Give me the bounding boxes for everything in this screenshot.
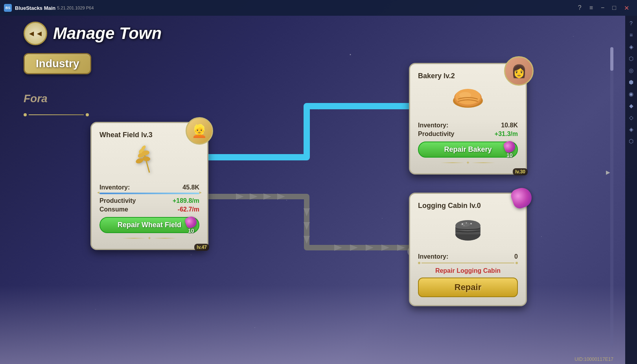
- gem-icon-bakery: [503, 140, 517, 154]
- repair-wheat-cost-number: 10: [188, 228, 194, 234]
- repair-logging-label: Repair Logging Cabin: [418, 267, 518, 274]
- svg-marker-22: [381, 245, 389, 251]
- sidebar-icon-5[interactable]: ◎: [627, 66, 635, 75]
- sidebar-icon-11[interactable]: ⬡: [627, 137, 635, 145]
- logging-inventory-label: Inventory:: [418, 253, 448, 260]
- svg-marker-14: [263, 193, 271, 200]
- sidebar-icon-4[interactable]: ⬡: [627, 54, 635, 63]
- title-bar: BS BlueStacks Main 5.21.201.1029 P64 ? ≡…: [0, 0, 637, 16]
- bakery-card-deco: ✦: [418, 160, 518, 165]
- wheat-consume-row: Consume -62.7/m: [99, 206, 199, 213]
- svg-point-43: [464, 225, 464, 226]
- sidebar-icon-7[interactable]: ◉: [627, 90, 635, 98]
- logging-inventory-row: Inventory: 0: [418, 253, 518, 260]
- svg-marker-9: [370, 103, 377, 109]
- restore-btn[interactable]: □: [612, 4, 616, 12]
- deco-line-right: [153, 238, 177, 239]
- repair-bakery-cost-number: 10: [506, 152, 513, 158]
- wheat-icon: [99, 143, 199, 180]
- wheat-productivity-label: Productivity: [99, 197, 136, 204]
- back-button[interactable]: ◄◄: [24, 22, 47, 45]
- repair-bakery-label: Repair Bakery: [444, 145, 492, 153]
- svg-marker-12: [236, 193, 244, 200]
- bakery-inventory-value: 10.8K: [501, 122, 518, 129]
- wheat-inventory-label: Inventory:: [99, 184, 130, 191]
- wheat-inventory-value: 45.8K: [182, 184, 199, 191]
- svg-marker-1: [256, 154, 263, 160]
- repair-wheat-cost: 10: [186, 217, 197, 234]
- inv-arrow-dot-left: [418, 262, 420, 264]
- logging-inventory-value: 0: [514, 253, 518, 260]
- wheat-consume-value: -62.7/m: [178, 206, 199, 213]
- gem-icon-wheat: [184, 215, 198, 229]
- inv-arrow-dot-right: [515, 262, 518, 264]
- divider-dot-left: [24, 113, 27, 116]
- sidebar-icon-8[interactable]: ◆: [627, 101, 635, 110]
- industry-tab[interactable]: Industry: [24, 53, 91, 74]
- inv-arrow-line: [422, 263, 514, 263]
- collapse-arrow[interactable]: ▶: [606, 169, 610, 175]
- svg-marker-17: [304, 222, 310, 230]
- bakery-deco-line-right: [471, 162, 495, 163]
- sidebar-icon-2[interactable]: ≡: [627, 31, 635, 39]
- main-content: ◄◄ Manage Town Industry Fora: [0, 16, 625, 364]
- svg-marker-15: [277, 193, 285, 200]
- svg-marker-18: [304, 236, 310, 244]
- right-sidebar: ? ≡ ◈ ⬡ ◎ ⬢ ◉ ◆ ◇ ◈ ⬡: [625, 16, 637, 364]
- svg-marker-2: [267, 154, 275, 160]
- svg-marker-19: [334, 245, 342, 251]
- app-name: BlueStacks Main: [15, 5, 55, 11]
- bakery-title: Bakery lv.2: [418, 72, 518, 80]
- svg-marker-16: [304, 208, 310, 216]
- wheat-field-card: Wheat Field lv.3 👱 lv.47 Invento: [90, 122, 208, 250]
- sidebar-icon-3[interactable]: ◈: [627, 42, 635, 51]
- wheat-productivity-value: +189.8/m: [173, 197, 199, 204]
- bakery-character-level: lv.30: [513, 168, 528, 175]
- sidebar-icon-1[interactable]: ?: [627, 19, 635, 28]
- svg-marker-4: [304, 138, 310, 145]
- minimize-btn[interactable]: −: [601, 4, 604, 12]
- logging-cabin-card: Logging Cabin lv.0: [409, 193, 527, 306]
- logging-cabin-title: Logging Cabin lv.0: [418, 202, 518, 210]
- sidebar-icon-10[interactable]: ◈: [627, 125, 635, 134]
- wheat-stats: Inventory: 45.8K Productivity +189.8/m C…: [99, 184, 199, 213]
- bakery-productivity-row: Productivity +31.3/m: [418, 131, 518, 138]
- wheat-character-face: 👱: [191, 123, 207, 138]
- svg-marker-13: [250, 193, 258, 200]
- logging-inventory-arrows: [418, 262, 518, 264]
- deco-star: ✦: [147, 235, 151, 241]
- logging-icon: [418, 214, 518, 249]
- sidebar-icon-6[interactable]: ⬢: [627, 78, 635, 86]
- fora-label: Fora: [24, 92, 48, 105]
- deco-line-left: [122, 238, 146, 239]
- svg-marker-10: [385, 103, 393, 109]
- bakery-deco-line-left: [441, 162, 464, 163]
- bakery-productivity-value: +31.3/m: [495, 131, 518, 138]
- help-icon[interactable]: ?: [578, 4, 582, 12]
- scrollbar-thumb[interactable]: [610, 47, 613, 71]
- repair-logging-button[interactable]: Repair: [418, 278, 518, 297]
- svg-marker-0: [244, 154, 252, 160]
- menu-icon[interactable]: ≡: [589, 4, 593, 12]
- repair-bakery-button[interactable]: Repair Bakery 10: [418, 142, 518, 158]
- svg-marker-8: [354, 103, 362, 109]
- bakery-character-avatar: 👩: [504, 56, 534, 86]
- fora-divider: [24, 113, 89, 116]
- svg-marker-7: [338, 103, 346, 109]
- bread-icon: [418, 84, 518, 118]
- wheat-card-deco: ✦: [99, 235, 199, 241]
- svg-marker-21: [366, 245, 374, 251]
- app-subtitle: 5.21.201.1029 P64: [57, 6, 94, 10]
- page-title: Manage Town: [53, 24, 162, 43]
- divider-dot-right: [86, 113, 89, 116]
- bakery-stats: Inventory: 10.8K Productivity +31.3/m: [418, 122, 518, 138]
- close-btn[interactable]: ✕: [624, 4, 629, 12]
- sidebar-icon-9[interactable]: ◇: [627, 113, 635, 122]
- bakery-inventory-row: Inventory: 10.8K: [418, 122, 518, 129]
- repair-wheat-button[interactable]: Repair Wheat Field 10: [99, 217, 199, 233]
- svg-point-41: [466, 222, 467, 224]
- svg-marker-23: [397, 245, 405, 251]
- page-title-area: ◄◄ Manage Town: [24, 22, 162, 45]
- app-logo: BS: [4, 4, 12, 12]
- svg-point-40: [462, 223, 463, 225]
